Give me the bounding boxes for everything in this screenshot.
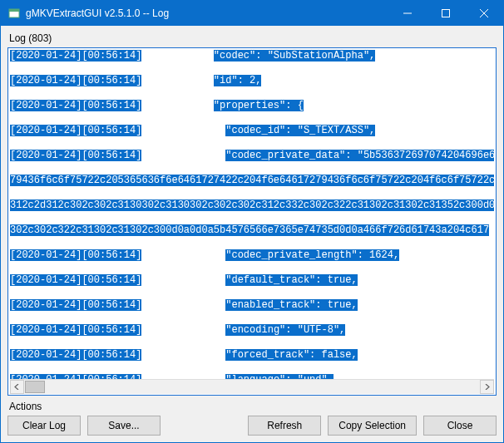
log-line: 79436f6c6f75722c205365636f6e6461727422c2… — [10, 175, 494, 187]
scroll-right-arrow[interactable] — [480, 380, 494, 394]
maximize-button[interactable] — [427, 1, 465, 26]
log-line: [2020-01-24][00:56:14] "forced_track": f… — [10, 349, 494, 362]
log-line: [2020-01-24][00:56:14] "properties": { — [10, 100, 494, 112]
spacer — [167, 416, 241, 436]
log-line: 312c2d312c302c302c3130302c3130302c302c30… — [10, 199, 494, 212]
log-line: [2020-01-24][00:56:14] "language": "und"… — [10, 374, 494, 379]
minimize-button[interactable] — [388, 1, 427, 26]
log-line: [2020-01-24][00:56:14] "codec_private_da… — [10, 150, 494, 162]
close-button[interactable]: Close — [423, 416, 497, 436]
clear-log-button[interactable]: Clear Log — [7, 416, 81, 436]
refresh-button[interactable]: Refresh — [248, 416, 321, 436]
log-line: [2020-01-24][00:56:14] "id": 2, — [10, 75, 494, 87]
actions-row: Clear Log Save... Refresh Copy Selection… — [7, 416, 497, 436]
svg-rect-3 — [442, 10, 450, 17]
scrollbar-track[interactable] — [24, 380, 480, 394]
log-content[interactable]: [2020-01-24][00:56:14] "codec": "SubStat… — [10, 50, 494, 379]
copy-selection-button[interactable]: Copy Selection — [328, 416, 417, 436]
actions-label: Actions — [7, 396, 497, 416]
svg-rect-1 — [9, 9, 19, 12]
log-line: [2020-01-24][00:56:14] "default_track": … — [10, 274, 494, 287]
horizontal-scrollbar[interactable] — [10, 379, 494, 393]
close-window-button[interactable] — [465, 1, 503, 26]
log-line: [2020-01-24][00:56:14] "codec_private_le… — [10, 249, 494, 262]
client-area: Log (803) [2020-01-24][00:56:14] "codec"… — [1, 26, 503, 442]
log-line: 302c302c322c31302c31302c300d0a0d0a5b4576… — [10, 224, 494, 237]
log-line: [2020-01-24][00:56:14] "encoding": "UTF-… — [10, 324, 494, 337]
scroll-left-arrow[interactable] — [10, 380, 24, 394]
app-icon — [7, 7, 21, 20]
log-label: Log (803) — [7, 31, 497, 47]
save-button[interactable]: Save... — [87, 416, 161, 436]
log-line: [2020-01-24][00:56:14] "codec_id": "S_TE… — [10, 125, 494, 137]
title-bar: gMKVExtractGUI v2.5.1.0 -- Log — [1, 1, 503, 26]
window-title: gMKVExtractGUI v2.5.1.0 -- Log — [26, 7, 388, 19]
log-line: [2020-01-24][00:56:14] "codec": "SubStat… — [10, 50, 494, 62]
log-line: [2020-01-24][00:56:14] "enabled_track": … — [10, 299, 494, 312]
log-textbox[interactable]: [2020-01-24][00:56:14] "codec": "SubStat… — [7, 47, 497, 396]
scrollbar-thumb[interactable] — [25, 381, 45, 393]
